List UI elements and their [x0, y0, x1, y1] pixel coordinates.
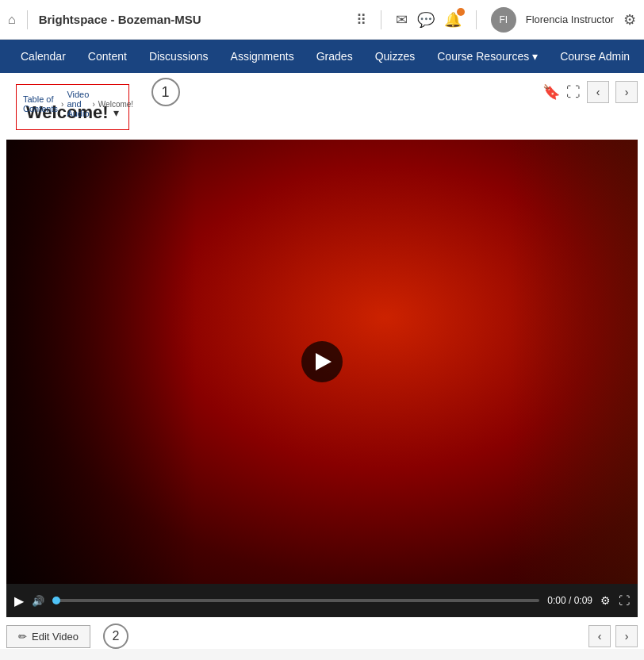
nav-item-course-resources-label: Course Resources [437, 50, 529, 63]
progress-indicator [52, 597, 60, 604]
volume-button[interactable]: 🔊 [32, 595, 44, 607]
header-row: Table of Contents › Video and Audio › We… [0, 73, 644, 133]
content-area: Table of Contents › Video and Audio › We… [0, 73, 644, 649]
mail-icon[interactable]: ✉ [396, 11, 408, 29]
fullscreen-button[interactable]: ⛶ [619, 594, 630, 607]
prev-arrow[interactable]: ‹ [587, 81, 609, 103]
bottom-next-arrow[interactable]: › [615, 625, 638, 647]
video-controls: ▶ 🔊 0:00 / 0:09 ⚙ ⛶ [6, 584, 638, 617]
avatar[interactable]: FI [491, 7, 516, 33]
pencil-icon: ✏ [18, 631, 27, 643]
nav-item-course-admin[interactable]: Course Admin [549, 40, 641, 73]
settings-icon[interactable]: ⚙ [623, 11, 636, 29]
breadcrumb: Table of Contents › Video and Audio › We… [23, 90, 133, 118]
user-name: Florencia Instructor [526, 13, 614, 25]
top-bar-right: ⠿ ✉ 💬 🔔 FI Florencia Instructor ⚙ [356, 7, 636, 33]
nav-item-calendar[interactable]: Calendar [10, 40, 77, 73]
video-container [6, 140, 638, 584]
bottom-prev-arrow[interactable]: ‹ [588, 625, 611, 647]
title-box: Table of Contents › Video and Audio › We… [16, 84, 129, 130]
breadcrumb-toc[interactable]: Table of Contents [23, 94, 58, 113]
step-badge-1: 1 [151, 78, 180, 106]
breadcrumb-current: Welcome! [98, 100, 133, 109]
notification-badge [457, 8, 465, 16]
chevron-down-icon: ▾ [532, 50, 538, 63]
edit-video-label: Edit Video [32, 631, 79, 643]
progress-bar[interactable] [52, 599, 539, 602]
bottom-nav-arrows: ‹ › [588, 625, 638, 647]
bottom-bar: ✏ Edit Video 2 ‹ › [6, 624, 638, 649]
nav-item-discussions[interactable]: Discussions [138, 40, 220, 73]
notification-icon[interactable]: 🔔 [444, 11, 462, 29]
nav-item-quizzes[interactable]: Quizzes [364, 40, 427, 73]
content-controls: 🔖 ⛶ ‹ › [542, 81, 638, 103]
chat-icon[interactable]: 💬 [417, 11, 435, 29]
time-display: 0:00 / 0:09 [547, 595, 592, 606]
step-badge-2: 2 [103, 624, 128, 649]
bookmark-icon[interactable]: 🔖 [542, 83, 560, 101]
next-arrow[interactable]: › [615, 81, 638, 103]
breadcrumb-video-audio[interactable]: Video and Audio [67, 90, 89, 118]
grid-icon[interactable]: ⠿ [356, 11, 366, 29]
breadcrumb-sep-2: › [93, 100, 95, 109]
home-icon[interactable]: ⌂ [8, 13, 16, 27]
nav-item-assignments[interactable]: Assignments [220, 40, 305, 73]
site-title: Brightspace - Bozeman-MSU [39, 13, 201, 26]
nav-item-course-resources[interactable]: Course Resources ▾ [426, 40, 549, 73]
nav-bar: Calendar Content Discussions Assignments… [0, 40, 644, 73]
divider [476, 10, 477, 29]
top-bar-left: ⌂ Brightspace - Bozeman-MSU [8, 10, 356, 29]
nav-item-content[interactable]: Content [77, 40, 138, 73]
top-bar: ⌂ Brightspace - Bozeman-MSU ⠿ ✉ 💬 🔔 FI F… [0, 0, 644, 40]
nav-item-grades[interactable]: Grades [305, 40, 364, 73]
expand-icon[interactable]: ⛶ [566, 84, 581, 101]
vc-right-controls: ⚙ ⛶ [600, 594, 630, 607]
breadcrumb-sep-1: › [61, 100, 63, 109]
play-pause-button[interactable]: ▶ [14, 593, 24, 608]
settings-button[interactable]: ⚙ [600, 594, 611, 607]
divider [381, 10, 381, 29]
edit-video-button[interactable]: ✏ Edit Video [6, 625, 90, 648]
play-button[interactable] [301, 341, 343, 382]
divider [27, 10, 28, 29]
